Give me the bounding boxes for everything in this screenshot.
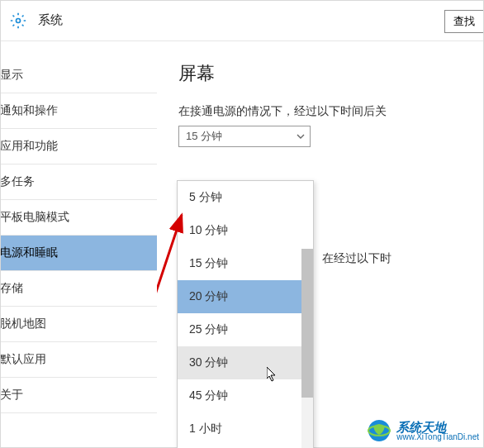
gear-icon (10, 12, 26, 29)
sidebar-item-9[interactable]: 关于 (0, 378, 157, 413)
section-title: 屏幕 (178, 61, 484, 86)
dropdown-item-0[interactable]: 5 分钟 (178, 181, 313, 214)
sidebar-item-0[interactable]: 显示 (0, 58, 157, 93)
combo-value: 15 分钟 (186, 129, 222, 144)
header-bar: 系统 (0, 0, 484, 41)
dropdown-item-2[interactable]: 15 分钟 (178, 247, 313, 280)
dropdown-item-7[interactable]: 1 小时 (178, 412, 313, 446)
sidebar-item-5[interactable]: 电源和睡眠 (0, 236, 157, 271)
dropdown-item-4[interactable]: 25 分钟 (178, 313, 313, 346)
svg-point-0 (17, 18, 21, 22)
layout: 显示通知和操作应用和功能多任务平板电脑模式电源和睡眠存储脱机地图默认应用关于 屏… (0, 41, 484, 448)
watermark: 系统天地 www.XiTongTianDi.net (367, 418, 479, 443)
sidebar: 显示通知和操作应用和功能多任务平板电脑模式电源和睡眠存储脱机地图默认应用关于 (0, 41, 157, 448)
partial-side-text: 在经过以下时 (322, 251, 391, 266)
sidebar-item-6[interactable]: 存储 (0, 271, 157, 307)
watermark-url: www.XiTongTianDi.net (396, 433, 479, 441)
scrollbar-thumb[interactable] (301, 249, 313, 398)
sidebar-item-8[interactable]: 默认应用 (0, 342, 157, 378)
chevron-down-icon (297, 131, 305, 143)
dropdown-item-1[interactable]: 10 分钟 (178, 214, 313, 247)
watermark-title: 系统天地 (396, 421, 479, 433)
timeout-combobox[interactable]: 15 分钟 (178, 126, 311, 147)
header-title: 系统 (38, 12, 63, 28)
sidebar-item-4[interactable]: 平板电脑模式 (0, 200, 157, 236)
search-button[interactable]: 查找 (444, 10, 484, 33)
dropdown-item-6[interactable]: 45 分钟 (178, 379, 313, 412)
sidebar-item-3[interactable]: 多任务 (0, 164, 157, 200)
cursor-icon (267, 367, 278, 384)
screen-timeout-description: 在接通电源的情况下，经过以下时间后关 (178, 104, 484, 119)
sidebar-item-2[interactable]: 应用和功能 (0, 129, 157, 164)
dropdown-item-3[interactable]: 20 分钟 (178, 280, 313, 313)
main-panel: 屏幕 在接通电源的情况下，经过以下时间后关 15 分钟 在经过以下时 5 分钟1… (157, 41, 484, 448)
dropdown-item-5[interactable]: 30 分钟 (178, 346, 313, 379)
timeout-dropdown: 5 分钟10 分钟15 分钟20 分钟25 分钟30 分钟45 分钟1 小时2 … (177, 180, 314, 448)
globe-icon (367, 418, 391, 443)
sidebar-item-1[interactable]: 通知和操作 (0, 93, 157, 129)
sidebar-item-7[interactable]: 脱机地图 (0, 307, 157, 342)
